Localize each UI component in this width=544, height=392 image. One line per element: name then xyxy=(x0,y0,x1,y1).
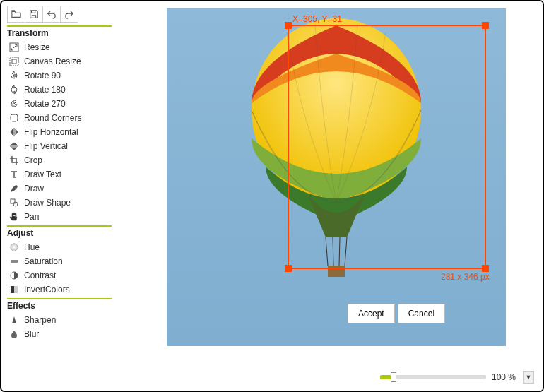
divider xyxy=(7,25,112,27)
effects-section-title: Effects xyxy=(7,301,123,311)
svg-rect-1 xyxy=(10,57,18,66)
zoom-value: 100 % xyxy=(492,372,517,382)
crop-handle-bl[interactable] xyxy=(285,265,292,272)
tool-blur[interactable]: Blur xyxy=(7,327,123,341)
tool-label: Pan xyxy=(24,212,39,222)
tool-pan[interactable]: Pan xyxy=(7,210,123,224)
tool-label: Rotate 180 xyxy=(24,85,66,95)
flip-v-icon xyxy=(8,141,20,152)
file-toolbar xyxy=(7,6,123,23)
tool-label: Flip Vertical xyxy=(24,141,68,151)
tool-flip-horizontal[interactable]: Flip Horizontal xyxy=(7,125,123,139)
tool-crop[interactable]: Crop xyxy=(7,153,123,167)
tool-label: Draw Text xyxy=(24,170,61,179)
hue-icon xyxy=(8,242,20,253)
crop-handle-tr[interactable] xyxy=(482,22,489,29)
tool-draw[interactable]: Draw xyxy=(7,182,123,196)
shape-icon xyxy=(8,197,20,208)
contrast-icon xyxy=(8,270,20,281)
tool-label: Crop xyxy=(24,155,42,165)
sidebar: Transform Resize Canvas Resize Rotate 90… xyxy=(1,1,123,391)
crop-actions: Accept Cancel xyxy=(348,304,445,323)
crop-coordinates: X=305, Y=31 xyxy=(292,14,342,24)
tool-label: Hue xyxy=(24,242,40,252)
tool-rotate-180[interactable]: Rotate 180 xyxy=(7,83,123,97)
tool-saturation[interactable]: Saturation xyxy=(7,254,123,268)
svg-rect-11 xyxy=(11,286,14,293)
image-editor-app: Transform Resize Canvas Resize Rotate 90… xyxy=(0,0,544,392)
accept-button[interactable]: Accept xyxy=(348,304,395,323)
svg-rect-9 xyxy=(11,260,18,263)
tool-draw-text[interactable]: Draw Text xyxy=(7,167,123,182)
tool-canvas-resize[interactable]: Canvas Resize xyxy=(7,54,123,69)
tool-resize[interactable]: Resize xyxy=(7,40,123,54)
crop-selection[interactable] xyxy=(288,25,486,269)
open-button[interactable] xyxy=(7,6,25,23)
tool-flip-vertical[interactable]: Flip Vertical xyxy=(7,139,123,153)
crop-icon xyxy=(8,155,20,166)
tool-label: Saturation xyxy=(24,256,63,266)
adjust-section-title: Adjust xyxy=(7,228,123,238)
sharpen-icon xyxy=(8,314,20,326)
tool-rotate-270[interactable]: Rotate 270 xyxy=(7,97,123,111)
tool-label: Canvas Resize xyxy=(24,57,81,66)
crop-handle-br[interactable] xyxy=(482,265,489,272)
flip-h-icon xyxy=(8,126,20,138)
crop-handle-tl[interactable] xyxy=(285,22,292,29)
pan-icon xyxy=(8,211,20,222)
tool-label: Flip Horizontal xyxy=(24,127,78,137)
tool-sharpen[interactable]: Sharpen xyxy=(7,313,123,327)
transform-section-title: Transform xyxy=(7,28,123,38)
svg-rect-4 xyxy=(11,114,18,121)
svg-rect-12 xyxy=(14,286,18,293)
text-icon xyxy=(8,169,20,180)
svg-point-8 xyxy=(11,244,18,251)
tool-label: Sharpen xyxy=(24,315,56,325)
saturation-icon xyxy=(8,256,20,267)
invert-icon xyxy=(8,284,20,295)
tool-label: InvertColors xyxy=(24,285,70,295)
chevron-down-icon: ▼ xyxy=(526,374,532,381)
draw-icon xyxy=(8,183,20,194)
canvas-resize-icon xyxy=(8,56,20,67)
tool-draw-shape[interactable]: Draw Shape xyxy=(7,196,123,210)
crop-dimensions: 281 x 346 px xyxy=(441,272,490,282)
tool-hue[interactable]: Hue xyxy=(7,240,123,254)
rotate90-icon xyxy=(8,70,20,81)
save-button[interactable] xyxy=(25,6,43,23)
tool-label: Round Corners xyxy=(24,113,81,123)
tool-contrast[interactable]: Contrast xyxy=(7,268,123,283)
tool-label: Rotate 270 xyxy=(24,99,66,109)
tool-label: Draw xyxy=(24,184,44,194)
tool-invert-colors[interactable]: InvertColors xyxy=(7,283,123,297)
svg-point-6 xyxy=(13,202,18,206)
redo-button[interactable] xyxy=(60,6,78,23)
cancel-button[interactable]: Cancel xyxy=(398,304,445,323)
svg-rect-2 xyxy=(12,59,16,64)
blur-icon xyxy=(8,328,20,340)
zoom-dropdown[interactable]: ▼ xyxy=(523,371,534,384)
tool-rotate-90[interactable]: Rotate 90 xyxy=(7,69,123,83)
tool-round-corners[interactable]: Round Corners xyxy=(7,111,123,125)
round-corners-icon xyxy=(8,112,20,124)
undo-button[interactable] xyxy=(42,6,61,23)
zoom-slider[interactable] xyxy=(380,375,486,379)
resize-icon xyxy=(8,42,20,53)
divider xyxy=(7,298,112,299)
tool-label: Draw Shape xyxy=(24,198,71,208)
zoom-control: 100 % ▼ xyxy=(380,371,534,384)
divider xyxy=(7,225,112,227)
canvas-area: X=305, Y=31 281 x 346 px Accept Cancel 1… xyxy=(123,1,543,391)
rotate180-icon xyxy=(8,84,20,95)
rotate270-icon xyxy=(8,98,20,109)
tool-label: Blur xyxy=(24,329,39,339)
tool-label: Resize xyxy=(24,42,50,52)
tool-label: Rotate 90 xyxy=(24,71,61,81)
zoom-slider-thumb[interactable] xyxy=(391,372,396,382)
tool-label: Contrast xyxy=(24,271,56,280)
